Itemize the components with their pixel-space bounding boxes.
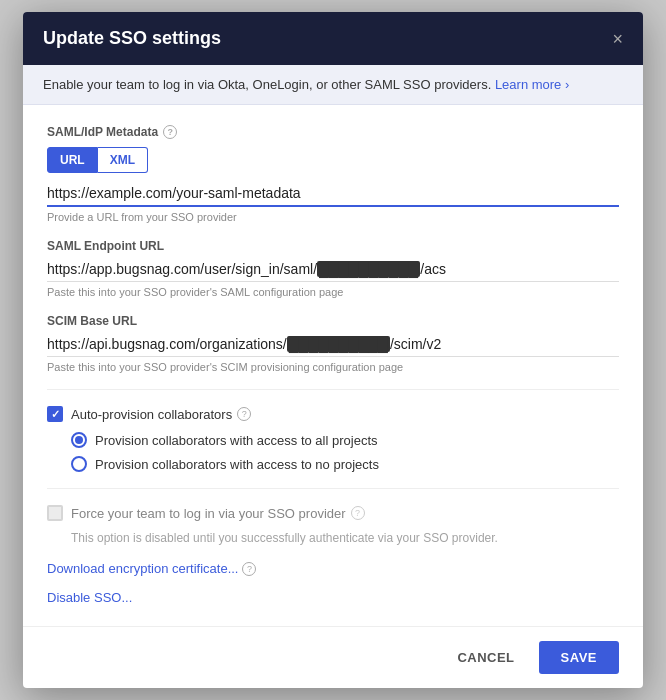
- scim-base-masked: ██████████: [287, 336, 390, 352]
- scim-base-label: SCIM Base URL: [47, 314, 619, 328]
- radio-all-projects-label: Provision collaborators with access to a…: [95, 433, 378, 448]
- divider-1: [47, 389, 619, 390]
- saml-url-input[interactable]: [47, 181, 619, 207]
- saml-endpoint-label: SAML Endpoint URL: [47, 239, 619, 253]
- radio-no-projects-label: Provision collaborators with access to n…: [95, 457, 379, 472]
- radio-all-projects[interactable]: [71, 432, 87, 448]
- saml-endpoint-hint: Paste this into your SSO provider's SAML…: [47, 286, 619, 298]
- download-cert-link[interactable]: Download encryption certificate... ?: [47, 561, 619, 576]
- learn-more-link[interactable]: Learn more ›: [495, 77, 569, 92]
- metadata-tab-group: URL XML: [47, 147, 619, 173]
- radio-no-projects[interactable]: [71, 456, 87, 472]
- saml-metadata-section: SAML/IdP Metadata ? URL XML Provide a UR…: [47, 125, 619, 223]
- download-cert-help-icon[interactable]: ?: [242, 562, 256, 576]
- tab-xml[interactable]: XML: [98, 147, 148, 173]
- force-sso-disabled-text: This option is disabled until you succes…: [71, 531, 619, 545]
- radio-all-projects-row[interactable]: Provision collaborators with access to a…: [71, 432, 619, 448]
- info-banner: Enable your team to log in via Okta, One…: [23, 65, 643, 105]
- force-sso-row: Force your team to log in via your SSO p…: [47, 505, 619, 521]
- force-sso-label: Force your team to log in via your SSO p…: [71, 506, 365, 521]
- auto-provision-label: Auto-provision collaborators ?: [71, 407, 251, 422]
- provision-radio-group: Provision collaborators with access to a…: [47, 432, 619, 472]
- force-sso-checkbox[interactable]: [47, 505, 63, 521]
- scim-base-value: https://api.bugsnag.com/organizations/██…: [47, 336, 619, 357]
- auto-provision-checkbox[interactable]: [47, 406, 63, 422]
- modal-header: Update SSO settings ×: [23, 12, 643, 65]
- scim-base-hint: Paste this into your SSO provider's SCIM…: [47, 361, 619, 373]
- force-sso-section: Force your team to log in via your SSO p…: [47, 505, 619, 545]
- saml-endpoint-value: https://app.bugsnag.com/user/sign_in/sam…: [47, 261, 619, 282]
- auto-provision-help-icon[interactable]: ?: [237, 407, 251, 421]
- saml-url-hint: Provide a URL from your SSO provider: [47, 211, 619, 223]
- saml-endpoint-masked: ██████████: [317, 261, 420, 277]
- radio-no-projects-row[interactable]: Provision collaborators with access to n…: [71, 456, 619, 472]
- modal-footer: CANCEL SAVE: [23, 626, 643, 688]
- auto-provision-section: Auto-provision collaborators ? Provision…: [47, 406, 619, 472]
- banner-text: Enable your team to log in via Okta, One…: [43, 77, 491, 92]
- scim-base-section: SCIM Base URL https://api.bugsnag.com/or…: [47, 314, 619, 373]
- disable-sso-link[interactable]: Disable SSO...: [47, 590, 132, 605]
- saml-endpoint-section: SAML Endpoint URL https://app.bugsnag.co…: [47, 239, 619, 298]
- tab-url[interactable]: URL: [47, 147, 98, 173]
- update-sso-modal: Update SSO settings × Enable your team t…: [23, 12, 643, 688]
- modal-body: SAML/IdP Metadata ? URL XML Provide a UR…: [23, 105, 643, 626]
- saml-metadata-label: SAML/IdP Metadata ?: [47, 125, 619, 139]
- auto-provision-row[interactable]: Auto-provision collaborators ?: [47, 406, 619, 422]
- divider-2: [47, 488, 619, 489]
- saml-metadata-help-icon[interactable]: ?: [163, 125, 177, 139]
- save-button[interactable]: SAVE: [539, 641, 619, 674]
- modal-title: Update SSO settings: [43, 28, 221, 49]
- close-button[interactable]: ×: [612, 30, 623, 48]
- force-sso-help-icon[interactable]: ?: [351, 506, 365, 520]
- cancel-button[interactable]: CANCEL: [445, 642, 526, 673]
